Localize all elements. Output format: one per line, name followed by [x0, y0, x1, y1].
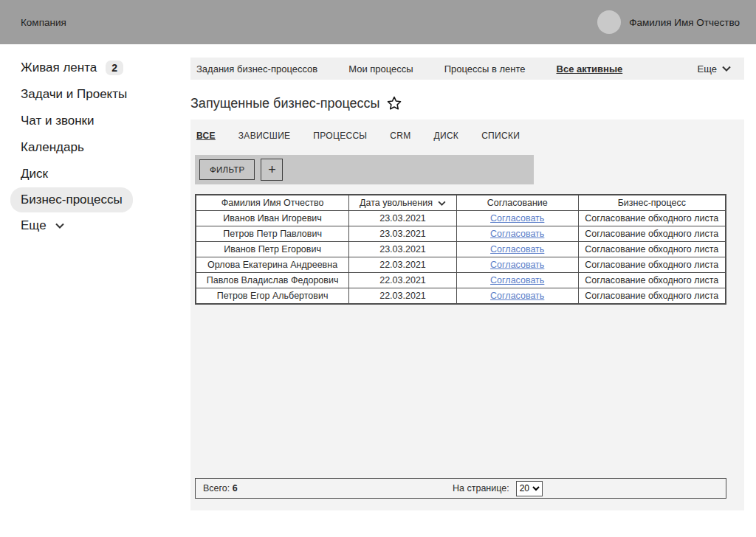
- sidebar-item-tasks-projects[interactable]: Задачи и Проекты: [16, 81, 131, 108]
- sidebar-item-label: Диск: [21, 167, 48, 181]
- approve-link[interactable]: Согласовать: [490, 291, 544, 301]
- per-page-select[interactable]: 20: [516, 481, 543, 496]
- filter-bar: ФИЛЬТР +: [195, 155, 534, 184]
- cell-process: Согласование обходного листа: [578, 242, 726, 257]
- tabs-more-button[interactable]: Еще: [698, 63, 731, 75]
- sidebar-item-label: Задачи и Проекты: [21, 87, 127, 102]
- cell-process: Согласование обходного листа: [578, 211, 726, 226]
- tab-my-processes[interactable]: Мои процессы: [348, 63, 413, 75]
- total-count: Всего: 6: [203, 483, 238, 493]
- category-tab-all[interactable]: ВСЕ: [196, 131, 216, 141]
- cell-action: Согласовать: [456, 226, 578, 242]
- cell-action: Согласовать: [456, 273, 578, 288]
- sidebar-item-label: Календарь: [21, 140, 84, 155]
- tab-processes-in-feed[interactable]: Процессы в ленте: [444, 63, 526, 75]
- cell-date: 22.03.2021: [349, 257, 457, 273]
- sidebar-item-chat-calls[interactable]: Чат и звонки: [16, 108, 99, 134]
- main-content: Задания бизнес-процессов Мои процессы Пр…: [190, 44, 744, 510]
- chevron-down-icon: [55, 223, 64, 229]
- cell-name: Иванов Иван Игоревич: [196, 211, 349, 226]
- cell-action: Согласовать: [456, 257, 578, 273]
- column-header-business-process[interactable]: Бизнес-процесс: [578, 195, 726, 211]
- category-tab-processes[interactable]: ПРОЦЕССЫ: [313, 131, 367, 141]
- user-profile[interactable]: Фамилия Имя Отчество: [597, 10, 740, 34]
- approve-link[interactable]: Согласовать: [490, 213, 544, 224]
- table-row: Орлова Екатерина Андреевна 22.03.2021 Со…: [196, 257, 726, 273]
- total-value: 6: [233, 483, 238, 493]
- notification-badge: 2: [106, 60, 123, 75]
- cell-date: 22.03.2021: [349, 288, 457, 305]
- approve-link[interactable]: Согласовать: [490, 229, 544, 239]
- table-row: Павлов Владислав Федорович 22.03.2021 Со…: [196, 273, 726, 288]
- cell-process: Согласование обходного листа: [578, 257, 726, 273]
- cell-action: Согласовать: [456, 288, 578, 305]
- sidebar-item-label: Чат и звонки: [21, 114, 94, 128]
- filter-button[interactable]: ФИЛЬТР: [199, 159, 255, 180]
- company-label: Компания: [21, 17, 66, 28]
- tab-bp-tasks[interactable]: Задания бизнес-процессов: [196, 63, 317, 75]
- sidebar-item-business-processes[interactable]: Бизнес-процессы: [10, 187, 133, 212]
- cell-name: Орлова Екатерина Андреевна: [196, 257, 349, 273]
- column-label: Дата увольнения: [360, 198, 433, 208]
- column-label: Фамилия Имя Отчество: [221, 198, 324, 208]
- table-row: Иванов Иван Игоревич 23.03.2021 Согласов…: [196, 211, 726, 226]
- sidebar-item-more[interactable]: Еще: [16, 212, 69, 239]
- tab-all-active[interactable]: Все активные: [557, 63, 623, 75]
- cell-process: Согласование обходного листа: [578, 226, 726, 242]
- approve-link[interactable]: Согласовать: [490, 244, 544, 254]
- table-row: Петров Петр Павлович 23.03.2021 Согласов…: [196, 226, 726, 242]
- sidebar-item-disk[interactable]: Диск: [16, 161, 52, 187]
- table-header-row: Фамилия Имя Отчество Дата увольнения Сог…: [196, 195, 726, 211]
- cell-name: Павлов Владислав Федорович: [196, 273, 349, 288]
- approve-link[interactable]: Согласовать: [490, 275, 544, 285]
- cell-action: Согласовать: [456, 211, 578, 226]
- chevron-down-icon: [722, 66, 731, 72]
- sidebar-item-label: Живая лента: [21, 60, 97, 75]
- avatar[interactable]: [597, 10, 621, 34]
- cell-process: Согласование обходного листа: [578, 288, 726, 305]
- table-row: Петров Егор Альбертович 22.03.2021 Согла…: [196, 288, 726, 305]
- column-header-approval[interactable]: Согласование: [456, 195, 578, 211]
- approve-link[interactable]: Согласовать: [490, 260, 544, 270]
- sidebar: Живая лента 2 Задачи и Проекты Чат и зво…: [0, 44, 190, 239]
- table-footer-bar: Всего: 6 На странице: 20: [195, 478, 726, 499]
- column-label: Согласование: [487, 198, 548, 208]
- cell-date: 22.03.2021: [349, 273, 457, 288]
- cell-name: Петров Петр Павлович: [196, 226, 349, 242]
- column-label: Бизнес-процесс: [618, 198, 686, 208]
- table-header: Фамилия Имя Отчество Дата увольнения Сог…: [196, 195, 726, 211]
- add-filter-button[interactable]: +: [261, 159, 283, 181]
- total-label: Всего:: [203, 483, 230, 493]
- sort-chevron-down-icon: [438, 201, 446, 206]
- table-body: Иванов Иван Игоревич 23.03.2021 Согласов…: [196, 211, 726, 305]
- cell-name: Петров Егор Альбертович: [196, 288, 349, 305]
- category-tab-disk[interactable]: ДИСК: [434, 131, 459, 141]
- cell-date: 23.03.2021: [349, 242, 457, 257]
- processes-panel: ВСЕ ЗАВИСШИЕ ПРОЦЕССЫ CRM ДИСК СПИСКИ ФИ…: [190, 119, 744, 510]
- column-header-name[interactable]: Фамилия Имя Отчество: [196, 195, 349, 211]
- column-header-dismissal-date[interactable]: Дата увольнения: [349, 195, 457, 211]
- sidebar-item-label: Бизнес-процессы: [21, 193, 123, 207]
- cell-name: Иванов Петр Егорович: [196, 242, 349, 257]
- cell-date: 23.03.2021: [349, 226, 457, 242]
- per-page-label: На странице:: [453, 483, 509, 493]
- sidebar-item-calendar[interactable]: Календарь: [16, 134, 89, 161]
- cell-action: Согласовать: [456, 242, 578, 257]
- category-tab-lists[interactable]: СПИСКИ: [481, 131, 520, 141]
- per-page-control: На странице: 20: [453, 481, 543, 496]
- top-header: Компания Фамилия Имя Отчество: [0, 0, 756, 44]
- category-tab-stuck[interactable]: ЗАВИСШИЕ: [238, 131, 291, 141]
- user-name: Фамилия Имя Отчество: [629, 17, 740, 28]
- sidebar-item-live-feed[interactable]: Живая лента 2: [16, 55, 128, 81]
- processes-table: Фамилия Имя Отчество Дата увольнения Сог…: [195, 194, 726, 305]
- cell-process: Согласование обходного листа: [578, 273, 726, 288]
- cell-date: 23.03.2021: [349, 211, 457, 226]
- page-title-row: Запущенные бизнес-процессы: [190, 94, 744, 112]
- process-tabs-bar: Задания бизнес-процессов Мои процессы Пр…: [190, 58, 744, 80]
- category-tab-crm[interactable]: CRM: [390, 131, 410, 141]
- category-tabs: ВСЕ ЗАВИСШИЕ ПРОЦЕССЫ CRM ДИСК СПИСКИ: [195, 131, 744, 141]
- tabs-more-label: Еще: [698, 63, 717, 75]
- sidebar-item-label: Еще: [21, 218, 47, 233]
- table-row: Иванов Петр Егорович 23.03.2021 Согласов…: [196, 242, 726, 257]
- favorite-star-icon[interactable]: [386, 95, 402, 111]
